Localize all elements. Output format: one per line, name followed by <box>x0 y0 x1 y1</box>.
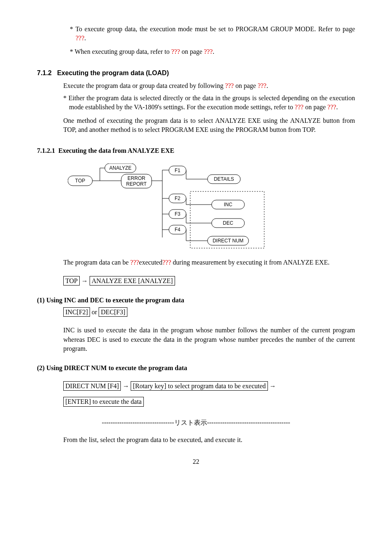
paragraph-exec: The program data can be ???executed??? d… <box>63 258 355 267</box>
list-display-line: ---------------------------------リスト表示--… <box>37 418 355 427</box>
paragraph-select: From the list, select the program data t… <box>63 435 355 444</box>
svg-text:REPORT: REPORT <box>126 181 147 187</box>
note-3: * Either the program data is selected di… <box>63 94 355 112</box>
svg-text:DEC: DEC <box>223 220 233 226</box>
svg-text:F4: F4 <box>175 227 180 233</box>
section-intro: Execute the program data or group data c… <box>63 81 355 90</box>
paragraph-inc-dec: INC is used to execute the data in the p… <box>63 326 355 353</box>
sub-heading-2: (2) Using DIRECT NUM to execute the prog… <box>37 364 355 373</box>
svg-text:DIRECT NUM: DIRECT NUM <box>212 238 243 244</box>
paragraph-methods: One method of executing the program data… <box>63 116 355 135</box>
nav-sequence-2: INC[F2] or DEC[F3] <box>63 307 355 317</box>
note-1: * To execute group data, the execution m… <box>70 25 355 43</box>
svg-text:F2: F2 <box>175 196 180 201</box>
svg-text:ANALYZE: ANALYZE <box>109 165 131 171</box>
flow-diagram: TOP ANALYZE ERROR REPORT F1 DETAILS F2 I… <box>68 164 355 250</box>
svg-text:TOP: TOP <box>75 178 85 184</box>
sub-heading-1: (1) Using INC and DEC to execute the pro… <box>37 296 355 305</box>
nav-sequence-1: TOP → ANALYZE EXE [ANALYZE] <box>63 276 355 286</box>
svg-text:DETAILS: DETAILS <box>214 176 234 182</box>
page-number: 22 <box>37 457 355 466</box>
svg-text:F1: F1 <box>175 168 180 173</box>
svg-text:F3: F3 <box>175 211 180 217</box>
svg-text:ERROR: ERROR <box>127 175 145 181</box>
note-2: * When executing group data, refer to ??… <box>70 47 355 56</box>
section-heading: 7.1.2 Executing the program data (LOAD) <box>37 69 355 78</box>
nav-sequence-3: DIRECT NUM [F4] → [Rotary key] to select… <box>63 378 355 410</box>
svg-text:INC: INC <box>224 202 233 207</box>
subsection-heading: 7.1.2.1 Executing the data from ANALYZE … <box>37 146 355 155</box>
